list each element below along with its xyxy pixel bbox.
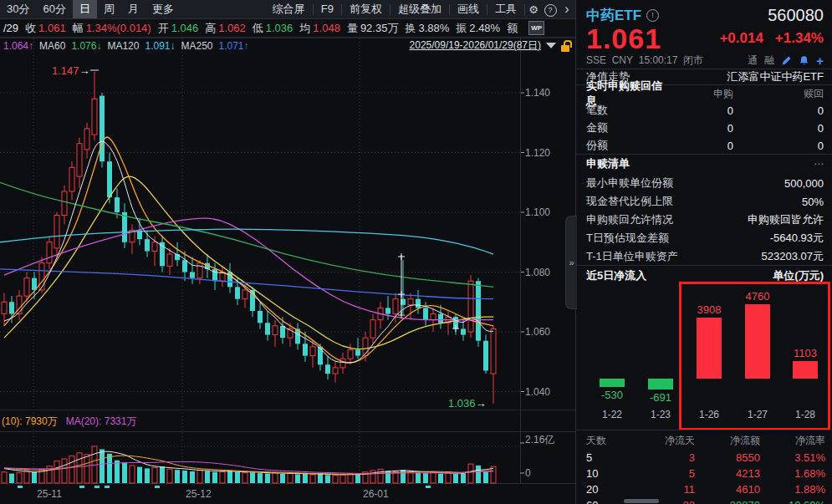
tab-period-月[interactable]: 月 [121,0,145,18]
volume-bar [265,474,270,483]
add-icon[interactable]: + [816,53,824,68]
bell-icon[interactable] [799,55,809,66]
info-icon[interactable]: ! [646,9,659,22]
tab-period-日[interactable]: 日 [73,0,97,18]
volume-bar [167,469,172,483]
candle-body [77,144,82,176]
flow-bar-1-23 [648,379,673,389]
table-cell: 5 [586,451,636,464]
table-cell: 4213 [695,467,760,480]
price-tick-label: 1.040 [525,386,550,398]
menu-item-6[interactable]: 工具 [487,0,524,18]
volume-bar [303,474,308,483]
candle-body [318,347,323,364]
table-cell: 11 [636,483,695,496]
quote-field-均: 均1.048 [299,21,340,36]
unlock-icon[interactable] [561,40,572,52]
volume-bar [54,461,59,483]
volume-bar [235,472,240,483]
tab-period-周[interactable]: 周 [97,0,121,18]
event-mark [426,486,431,488]
wp-widget-icon[interactable]: WP [528,21,544,35]
table-cell: 30870 [695,499,760,504]
tab-period-更多[interactable]: 更多 [145,0,181,18]
candle-body [100,96,105,162]
menu-item-3[interactable]: 前复权 [342,0,390,18]
volume-bar [152,468,157,483]
price-tick-label: 1.120 [525,147,550,159]
table-cell: 4610 [695,483,760,496]
ma-value-5: MA250 [181,40,212,52]
candle-body [483,341,488,371]
volume-axis-max: 2.16亿 [525,433,554,447]
price-tick-label: 1.080 [525,267,550,278]
quote-field-幅: 幅1.34%(0.014) [73,21,151,36]
volume-bar [461,473,466,483]
menu-item-4[interactable]: 超级叠加 [390,0,449,18]
short-tag: 融 [764,53,774,68]
tab-period-60分[interactable]: 60分 [36,0,72,18]
volume-bar [17,473,22,483]
realtime-row-金额: 金额00 [586,121,824,135]
panel-collapse-handle[interactable]: » [565,216,577,309]
candle-body [370,320,375,338]
horizontal-scrollbar-thumb[interactable] [624,499,659,503]
candle-body [62,191,67,216]
candle-body [265,323,270,334]
volume-bar [453,474,458,483]
help-icon[interactable]: ? [542,3,559,17]
candle-body [273,326,278,335]
volume-bar [2,472,7,483]
event-mark [105,486,110,488]
candle-body [431,314,436,320]
ma-value-1: MA60 [39,40,65,52]
volume-bar [468,464,473,483]
low-price-annotation: 1.036→ [448,397,487,410]
col-header-天数: 天数 [586,434,636,448]
volume-ma-label-1: MA(20): 7331万 [66,415,137,429]
quote-field-量: 量92.35万 [347,21,399,36]
candle-body [416,299,421,308]
menu-item-1[interactable]: 综合屏 [265,0,313,18]
candle-body [348,349,353,359]
detail-row-2: 申购赎回允许情况申购赎回皆允许 [586,213,824,227]
high-price-annotation: 1.147→ [52,64,90,77]
candle-body [115,197,120,212]
col-header-净流额: 净流额 [695,434,760,448]
gear-icon[interactable]: ⚙ [525,3,542,16]
volume-bar [242,473,248,483]
chevron-down-icon[interactable] [546,43,556,48]
menu-item-2[interactable]: F9 [314,0,341,18]
candle-body [476,281,481,341]
table-cell: 1.88% [760,483,825,496]
candle-body [235,287,240,298]
edit-pencil-icon[interactable] [781,55,792,66]
chevron-right-icon[interactable]: › [559,2,575,17]
volume-bar [137,467,142,483]
more-icon[interactable]: ⋯ [814,158,824,170]
volume-bar [355,474,360,483]
volume-bar [212,472,217,483]
price-change: +0.014 [719,30,763,47]
volume-bar [295,474,300,483]
volume-bar [416,473,421,483]
menu-item-5[interactable]: 画线 [450,0,487,18]
detail-row-3: T日预估现金差额-5640.93元 [586,232,824,245]
volume-bar [491,466,496,483]
volume-bar [9,474,14,483]
ma-value-4: 1.091↓ [145,40,175,52]
kline-chart-area[interactable]: 1.147→ 1.036→ (10): 7930万MA(20): 7331万 1… [0,0,575,504]
candle-body [2,302,7,313]
flow-bar-1-22 [600,379,625,387]
table-cell: 10.69% [760,499,825,504]
table-cell: 20 [586,483,636,496]
candle-body [355,349,360,355]
volume-bar [325,475,330,483]
volume-axis-min: 0 [525,467,531,479]
volume-bar [190,471,195,483]
candle-body [92,99,97,135]
date-range-selector[interactable]: 2025/09/19-2026/01/29(87日) [410,38,541,53]
tab-period-30分[interactable]: 30分 [0,0,36,18]
candle-body [9,302,14,313]
volume-bar [378,469,383,483]
